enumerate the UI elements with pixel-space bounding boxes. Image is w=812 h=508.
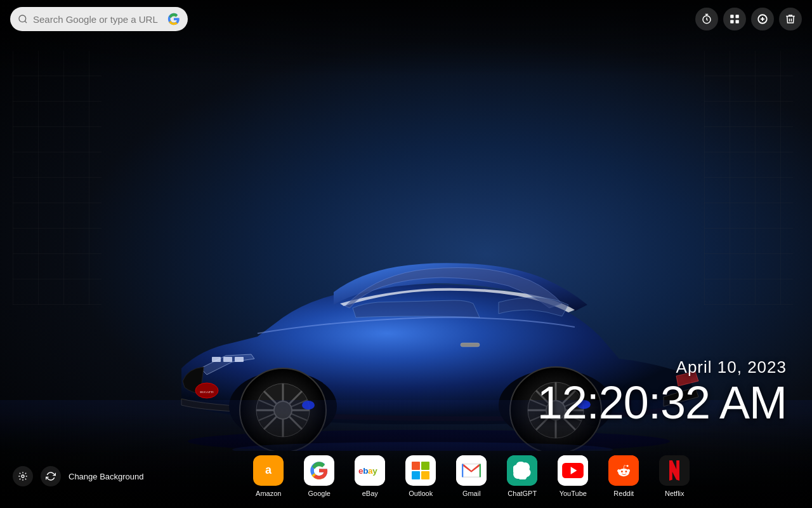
dock-item-outlook[interactable]: Outlook [402,455,440,497]
netflix-label: Netflix [665,490,684,497]
add-button[interactable] [751,8,774,30]
search-bar[interactable] [10,7,188,31]
google-label: Google [308,490,331,497]
google-icon [304,455,334,486]
youtube-logo [562,463,584,478]
outlook-icon [405,455,436,486]
timer-button[interactable] [695,8,718,30]
chatgpt-icon [507,455,537,486]
google-logo [167,13,180,25]
svg-rect-28 [461,343,480,347]
ebay-label: eBay [362,490,378,497]
amazon-label: Amazon [256,490,281,497]
youtube-label: YouTube [560,490,587,497]
win-q1 [412,462,420,470]
ebay-logo: ebay [358,464,381,477]
dock-item-gmail[interactable]: Gmail [452,455,490,497]
date-display: April 10, 2023 [537,358,787,377]
reddit-icon [608,455,639,486]
gmail-label: Gmail [462,490,481,497]
google-logo [310,461,329,480]
dock-item-ebay[interactable]: ebay eBay [351,455,389,497]
svg-point-30 [19,15,26,22]
netflix-logo [665,459,684,482]
amazon-icon: a [253,455,284,486]
svg-line-31 [25,21,27,23]
time-display: 12:20:32 AM [537,380,787,425]
svg-rect-36 [736,20,739,23]
chatgpt-icon-inner [507,455,537,486]
svg-point-40 [22,475,24,478]
search-input[interactable] [33,14,162,25]
svg-rect-33 [730,15,733,18]
svg-text:BUGATTI: BUGATTI [200,391,214,394]
reddit-label: Reddit [613,490,634,497]
gmail-icon [456,455,487,486]
windows-logo [412,462,429,479]
trash-icon [785,13,796,25]
settings-button[interactable] [13,466,33,486]
refresh-icon [46,471,56,481]
app-dock: a Amazon Google [144,455,799,497]
amazon-icon-inner: a [253,455,284,486]
reddit-logo [614,461,633,480]
youtube-icon [558,455,588,486]
dock-item-youtube[interactable]: YouTube [554,455,592,497]
netflix-icon [659,455,690,486]
svg-rect-34 [736,15,739,18]
svg-text:ebay: ebay [358,466,377,476]
gmail-logo [462,463,481,478]
change-background-label[interactable]: Change Background [69,472,144,481]
svg-rect-1 [212,357,221,362]
win-q4 [421,471,429,479]
datetime-display: April 10, 2023 12:20:32 AM [537,358,787,425]
topbar [0,0,812,38]
timer-icon [701,13,712,25]
topbar-right [695,8,802,30]
dock-item-google[interactable]: Google [300,455,338,497]
taskbar-controls: Change Background [13,466,144,486]
dock-item-amazon[interactable]: a Amazon [249,455,287,497]
dock-item-chatgpt[interactable]: ChatGPT [503,455,541,497]
add-icon [757,13,768,25]
netflix-icon-inner [659,455,690,486]
youtube-icon-inner [558,455,588,486]
search-icon [18,14,28,24]
svg-rect-35 [730,20,733,23]
settings-icon [18,471,28,481]
reddit-icon-inner [608,455,639,486]
chatgpt-label: ChatGPT [508,490,537,497]
dock-item-netflix[interactable]: Netflix [655,455,693,497]
svg-rect-2 [223,357,232,362]
apps-button[interactable] [723,8,746,30]
chatgpt-logo [513,462,531,479]
amazon-logo: a [259,461,278,480]
svg-text:a: a [265,464,272,476]
win-q2 [421,462,429,470]
grid-icon [729,13,740,25]
delete-button[interactable] [779,8,802,30]
ebay-icon: ebay [355,455,385,486]
svg-rect-3 [235,357,244,362]
ebay-icon-inner: ebay [355,455,385,486]
win-q3 [412,471,420,479]
gmail-icon-inner [456,455,487,486]
taskbar: Change Background a Amazon [0,444,812,508]
dock-item-reddit[interactable]: Reddit [605,455,643,497]
outlook-label: Outlook [409,490,433,497]
refresh-button[interactable] [41,466,61,486]
